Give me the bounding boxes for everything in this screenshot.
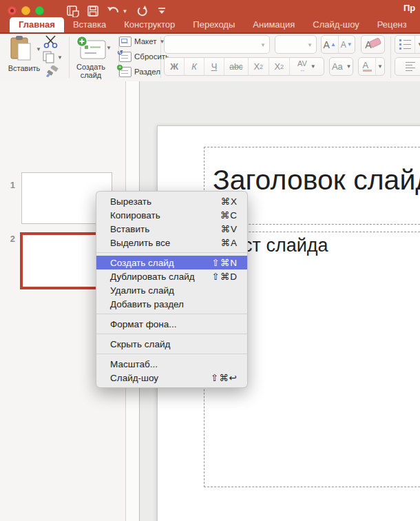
menu-item-добавить-раздел[interactable]: Добавить раздел — [96, 297, 247, 311]
redo-icon — [136, 6, 148, 17]
minimize-window-button[interactable] — [21, 6, 30, 15]
new-slide-icon — [67, 6, 79, 17]
menu-item-скрыть-слайд[interactable]: Скрыть слайд — [96, 337, 247, 351]
menu-item-label: Удалить слайд — [110, 285, 174, 296]
section-icon: + — [119, 67, 132, 77]
change-case-dropdown-caret[interactable]: ▼ — [345, 58, 353, 75]
menu-item-слайд-шоу[interactable]: Слайд-шоу⇧⌘↩ — [96, 371, 247, 385]
copy-button[interactable]: ▼ — [43, 51, 63, 63]
layout-label: Макет — [134, 37, 157, 45]
format-painter-button[interactable] — [44, 65, 59, 81]
tab-вставка[interactable]: Вставка — [64, 17, 115, 32]
tab-слайд-шоу[interactable]: Слайд-шоу — [304, 17, 368, 32]
title-bar: ▼ Пр ГлавнаяВставкаКонструкторПереходыАн… — [0, 0, 420, 34]
menu-separator — [96, 314, 247, 314]
tab-переходы[interactable]: Переходы — [184, 17, 244, 32]
bullets-dropdown-caret[interactable]: ▼ — [415, 36, 420, 53]
new-slide-ribbon-icon — [76, 36, 107, 59]
menu-item-shortcut: ⇧⌘↩ — [211, 372, 238, 383]
account-label[interactable]: Пр — [403, 3, 420, 13]
font-name-dropdown-caret[interactable]: ▼ — [260, 41, 266, 48]
ribbon: ▼ Вставить ▼ — [0, 34, 420, 82]
menu-item-shortcut: ⌘V — [220, 223, 238, 234]
menu-item-label: Выделить все — [110, 238, 170, 248]
ribbon-tabs: ГлавнаяВставкаКонструкторПереходыАнимаци… — [10, 17, 416, 32]
menu-item-shortcut: ⇧⌘N — [211, 257, 238, 268]
superscript-button[interactable]: X2 — [249, 58, 269, 75]
scissors-icon — [43, 35, 59, 48]
italic-button[interactable]: К — [185, 58, 204, 75]
change-case-button[interactable]: Aa ▼ — [329, 57, 353, 76]
subscript-button[interactable]: X2 — [269, 58, 290, 75]
menu-item-выделить-все[interactable]: Выделить все⌘A — [96, 236, 247, 249]
bullets-button[interactable]: ▼ — [395, 35, 420, 54]
slide-number-2: 2 — [4, 234, 15, 244]
paste-dropdown-caret[interactable]: ▼ — [36, 46, 41, 52]
font-size-stepper: A▲ A▼ — [321, 35, 355, 54]
copy-icon — [43, 51, 55, 63]
character-spacing-button[interactable]: AV↔▼ — [290, 58, 324, 75]
font-name-combobox[interactable]: ▼ — [164, 35, 270, 54]
new-slide-dropdown-caret[interactable]: ▼ — [106, 45, 112, 51]
menu-item-label: Слайд-шоу — [110, 373, 158, 383]
group-separator — [390, 37, 391, 78]
menu-item-shortcut: ⌘X — [220, 196, 238, 207]
align-button[interactable] — [395, 57, 420, 76]
customize-toolbar-icon — [158, 7, 166, 15]
tab-анимация[interactable]: Анимация — [244, 17, 304, 32]
menu-item-label: Копировать — [110, 210, 160, 221]
tab-реценз[interactable]: Реценз — [368, 17, 416, 32]
menu-item-label: Добавить раздел — [110, 299, 184, 309]
layout-icon — [119, 37, 132, 47]
cut-button[interactable] — [43, 35, 59, 51]
font-format-toolbar: ЖКЧabcX2X2AV↔▼ — [164, 57, 324, 76]
slide-number-1: 1 — [4, 180, 15, 190]
section-label: Раздел — [134, 68, 160, 76]
close-window-button[interactable] — [8, 6, 17, 15]
font-size-dropdown-caret[interactable]: ▼ — [307, 41, 313, 48]
menu-item-формат-фона-[interactable]: Формат фона... — [96, 317, 247, 331]
menu-item-label: Вырезать — [110, 196, 151, 207]
character-spacing-dropdown-caret[interactable]: ▼ — [311, 63, 316, 70]
reset-icon: ↺ — [119, 52, 132, 62]
menu-separator — [96, 354, 247, 354]
bullet-list-icon — [399, 39, 411, 50]
font-size-combobox[interactable]: ▼ — [275, 35, 317, 54]
zoom-window-button[interactable] — [35, 6, 44, 15]
paste-button[interactable] — [10, 35, 33, 64]
tab-главная[interactable]: Главная — [10, 17, 64, 32]
undo-dropdown-caret[interactable]: ▼ — [123, 8, 128, 14]
tab-конструктор[interactable]: Конструктор — [115, 17, 184, 32]
undo-icon — [107, 6, 120, 17]
menu-item-масштаб-[interactable]: Масштаб... — [96, 357, 247, 371]
new-slide-ribbon-button[interactable] — [76, 36, 107, 62]
menu-item-label: Дублировать слайд — [110, 272, 195, 282]
strikethrough-button[interactable]: abc — [224, 58, 249, 75]
menu-item-label: Вставить — [110, 224, 149, 234]
bold-button[interactable]: Ж — [165, 58, 185, 75]
increase-font-button[interactable]: A▲ — [322, 36, 339, 53]
menu-item-копировать[interactable]: Копировать⌘C — [96, 208, 247, 222]
menu-item-удалить-слайд[interactable]: Удалить слайд — [96, 283, 247, 297]
font-color-button[interactable]: A ▼ — [358, 57, 385, 76]
copy-dropdown-caret[interactable]: ▼ — [57, 54, 63, 61]
underline-button[interactable]: Ч — [204, 58, 224, 75]
menu-item-label: Создать слайд — [110, 258, 174, 268]
menu-item-label: Формат фона... — [110, 319, 177, 329]
font-color-dropdown-caret[interactable]: ▼ — [376, 58, 384, 75]
clipboard-paste-icon — [10, 35, 33, 61]
reset-button[interactable]: ↺ Сбросить — [119, 51, 169, 62]
menu-item-вырезать[interactable]: Вырезать⌘X — [96, 194, 247, 208]
menu-item-label: Скрыть слайд — [110, 339, 170, 349]
new-slide-label: Создать слайд — [66, 63, 116, 79]
font-color-icon: A — [363, 61, 372, 72]
save-icon — [87, 6, 98, 17]
menu-item-shortcut: ⌘A — [220, 237, 238, 248]
menu-item-дублировать-слайд[interactable]: Дублировать слайд⇧⌘D — [96, 269, 247, 283]
menu-item-вставить[interactable]: Вставить⌘V — [96, 222, 247, 236]
decrease-font-button[interactable]: A▼ — [339, 36, 355, 53]
menu-item-создать-слайд[interactable]: Создать слайд⇧⌘N — [96, 256, 247, 269]
section-button[interactable]: + Раздел ▼ — [119, 66, 169, 77]
clear-formatting-button[interactable]: A — [361, 35, 385, 54]
layout-button[interactable]: Макет ▼ — [119, 36, 165, 47]
